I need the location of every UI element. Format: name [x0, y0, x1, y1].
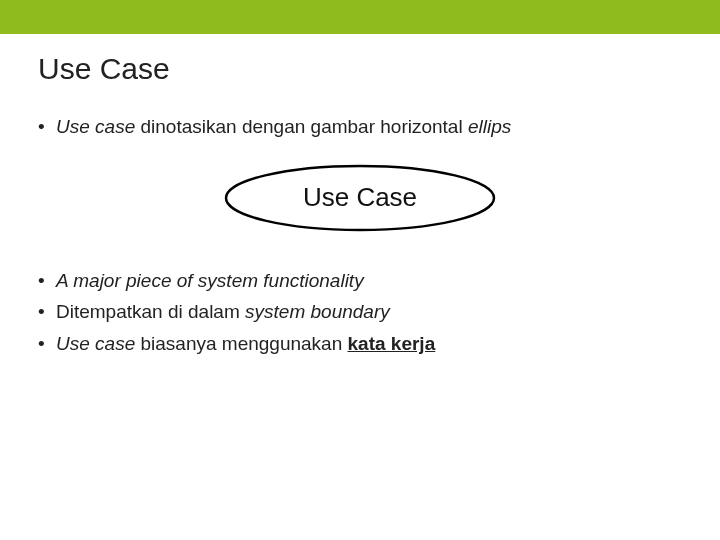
slide-content: Use Case • Use case dinotasikan dengan g…	[0, 34, 720, 357]
bullet-icon: •	[38, 331, 45, 357]
use-case-ellipse: Use Case	[220, 162, 500, 234]
text-italic: Use case	[56, 333, 135, 354]
text-italic: system boundary	[245, 301, 390, 322]
list-item: • A major piece of system functionality	[38, 268, 682, 294]
ellipse-label: Use Case	[220, 162, 500, 234]
list-item: • Use case dinotasikan dengan gambar hor…	[38, 114, 682, 140]
slide-title: Use Case	[38, 52, 682, 86]
text-plain: Ditempatkan di dalam	[56, 301, 245, 322]
list-item: • Use case biasanya menggunakan kata ker…	[38, 331, 682, 357]
text-italic: A major piece of system functionality	[56, 270, 364, 291]
text-italic: Use case	[56, 116, 135, 137]
bullet-icon: •	[38, 268, 45, 294]
slide: Use Case • Use case dinotasikan dengan g…	[0, 0, 720, 540]
ellipse-container: Use Case	[38, 162, 682, 234]
text-italic: ellips	[468, 116, 511, 137]
bullet-icon: •	[38, 299, 45, 325]
text-bold-underline: kata kerja	[348, 333, 436, 354]
bullet-list-bottom: • A major piece of system functionality …	[38, 268, 682, 357]
top-accent-bar	[0, 0, 720, 34]
list-item: • Ditempatkan di dalam system boundary	[38, 299, 682, 325]
text-plain: biasanya menggunakan	[135, 333, 347, 354]
bullet-icon: •	[38, 114, 45, 140]
bullet-list-top: • Use case dinotasikan dengan gambar hor…	[38, 114, 682, 140]
text-plain: dinotasikan dengan gambar horizontal	[135, 116, 468, 137]
